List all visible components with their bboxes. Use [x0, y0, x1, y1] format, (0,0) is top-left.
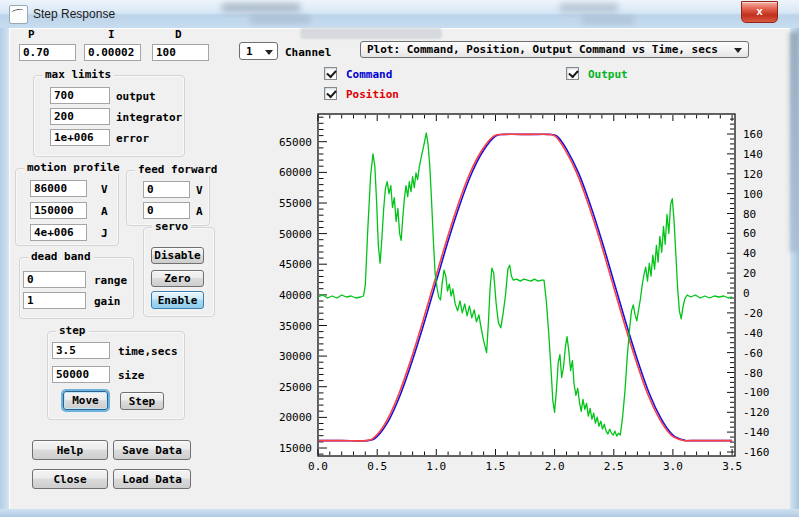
app-icon: x: [9, 5, 28, 24]
window-border-bottom: [0, 509, 799, 517]
servo-disable-button[interactable]: Disable: [151, 247, 204, 264]
i-input[interactable]: [84, 44, 141, 61]
step-response-plot: 1500020000250003000035000400004500050000…: [255, 105, 799, 480]
svg-text:3.5: 3.5: [722, 460, 742, 473]
svg-text:-80: -80: [743, 367, 763, 380]
d-label: D: [175, 28, 182, 41]
profile-accel-input[interactable]: [30, 202, 87, 219]
command-checkbox[interactable]: [324, 67, 337, 80]
background-window-blur: [250, 16, 310, 23]
svg-text:0: 0: [743, 287, 750, 300]
ff-velocity-input[interactable]: [143, 181, 190, 198]
ff-accel-input[interactable]: [143, 202, 190, 219]
svg-text:120: 120: [743, 168, 763, 181]
svg-text:50000: 50000: [279, 228, 312, 241]
svg-text:-140: -140: [743, 426, 770, 439]
svg-text:15000: 15000: [279, 442, 312, 455]
step-time-input[interactable]: [52, 342, 110, 359]
svg-text:2.0: 2.0: [545, 460, 565, 473]
position-checkbox-label: Position: [346, 88, 399, 101]
move-button[interactable]: Move: [63, 391, 108, 410]
svg-text:40000: 40000: [279, 289, 312, 302]
svg-text:60000: 60000: [279, 166, 312, 179]
p-input[interactable]: [19, 44, 76, 61]
output-checkbox-label: Output: [588, 68, 628, 81]
svg-text:1.5: 1.5: [486, 460, 506, 473]
svg-text:80: 80: [743, 208, 756, 221]
svg-text:-40: -40: [743, 327, 763, 340]
motion-profile-title: motion profile: [24, 161, 123, 174]
svg-text:1.0: 1.0: [426, 460, 446, 473]
close-button[interactable]: Close: [32, 469, 108, 489]
deadband-gain-label: gain: [94, 295, 121, 308]
max-output-label: output: [116, 90, 156, 103]
output-checkbox[interactable]: [566, 67, 579, 80]
profile-velocity-label: V: [101, 183, 108, 196]
svg-text:25000: 25000: [279, 381, 312, 394]
profile-velocity-input[interactable]: [30, 180, 87, 197]
window-border-left: [0, 28, 9, 517]
max-error-label: error: [116, 132, 149, 145]
servo-title: servo: [152, 220, 191, 233]
max-integrator-input[interactable]: [50, 108, 110, 125]
svg-text:-100: -100: [743, 386, 770, 399]
feed-forward-title: feed forward: [135, 163, 220, 176]
close-icon[interactable]: x: [741, 1, 778, 23]
svg-text:-160: -160: [743, 446, 770, 459]
svg-text:55000: 55000: [279, 197, 312, 210]
check-icon: [326, 68, 336, 79]
plot-type-value: Plot: Command, Position, Output Command …: [367, 43, 718, 56]
i-label: I: [108, 28, 115, 41]
background-window-blur: [582, 16, 634, 24]
channel-label: Channel: [285, 46, 331, 59]
background-window-blur: [560, 3, 618, 12]
profile-jerk-input[interactable]: [30, 224, 87, 241]
svg-text:160: 160: [743, 128, 763, 141]
dead-band-title: dead band: [28, 250, 94, 263]
ff-accel-label: A: [196, 205, 203, 218]
svg-text:20: 20: [743, 267, 756, 280]
save-data-button[interactable]: Save Data: [113, 440, 191, 460]
svg-text:0.5: 0.5: [367, 460, 387, 473]
d-input[interactable]: [152, 44, 209, 61]
svg-text:45000: 45000: [279, 258, 312, 271]
channel-value: 1: [246, 45, 253, 58]
svg-text:-20: -20: [743, 307, 763, 320]
svg-text:30000: 30000: [279, 350, 312, 363]
svg-text:-120: -120: [743, 406, 770, 419]
p-label: P: [28, 28, 35, 41]
position-checkbox[interactable]: [324, 87, 337, 100]
check-icon: [568, 68, 578, 79]
svg-text:2.5: 2.5: [604, 460, 624, 473]
profile-jerk-label: J: [101, 227, 108, 240]
dead-band-group: dead band: [19, 257, 134, 319]
ff-velocity-label: V: [196, 184, 203, 197]
max-integrator-label: integrator: [116, 111, 182, 124]
chevron-down-icon: [734, 48, 742, 53]
deadband-gain-input[interactable]: [23, 292, 86, 309]
title-bar[interactable]: x Step Response x: [0, 0, 799, 29]
step-button[interactable]: Step: [120, 392, 164, 410]
servo-enable-button[interactable]: Enable: [151, 291, 204, 309]
max-output-input[interactable]: [50, 87, 110, 104]
help-button[interactable]: Help: [32, 440, 108, 460]
deadband-range-label: range: [94, 274, 127, 287]
channel-select[interactable]: 1: [239, 42, 278, 60]
load-data-button[interactable]: Load Data: [113, 469, 191, 489]
svg-text:140: 140: [743, 148, 763, 161]
background-window-blur: [222, 3, 300, 12]
step-size-label: size: [118, 369, 145, 382]
plot-type-select[interactable]: Plot: Command, Position, Output Command …: [360, 41, 749, 58]
servo-zero-button[interactable]: Zero: [151, 270, 204, 287]
step-size-input[interactable]: [52, 366, 110, 383]
step-time-label: time,secs: [118, 345, 178, 358]
svg-text:40: 40: [743, 247, 756, 260]
deadband-range-input[interactable]: [23, 271, 86, 288]
max-error-input[interactable]: [50, 129, 110, 146]
check-icon: [326, 88, 336, 99]
svg-text:60: 60: [743, 227, 756, 240]
command-checkbox-label: Command: [346, 68, 392, 81]
max-limits-title: max limits: [42, 68, 114, 81]
svg-text:3.0: 3.0: [663, 460, 683, 473]
window-title: Step Response: [33, 7, 115, 21]
